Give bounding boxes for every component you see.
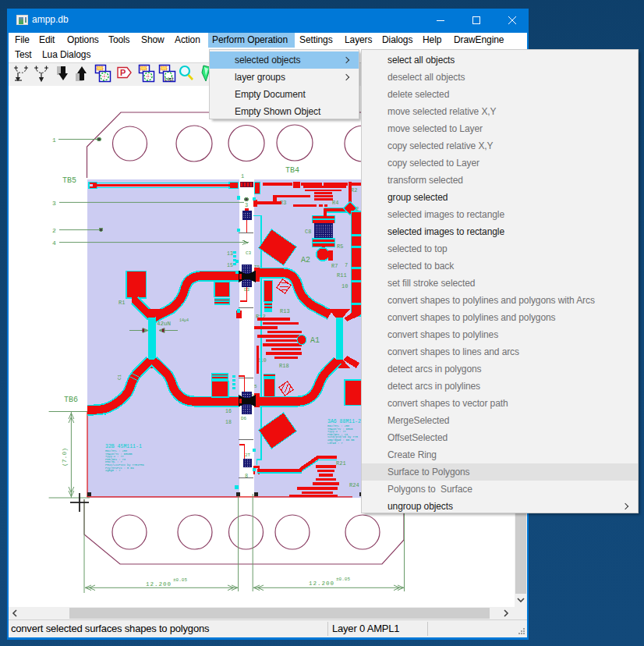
svg-text:3A6 88M11-2: 3A6 88M11-2 [327,419,361,424]
svg-text:12.200: 12.200 [146,581,172,587]
svg-text:A2: A2 [301,256,310,264]
svg-text:C3: C3 [246,250,252,256]
svg-text:18: 18 [225,420,232,425]
svg-text:A1: A1 [310,336,320,345]
svg-text:7: 7 [345,262,348,268]
svg-text:42uN: 42uN [157,321,171,327]
svg-text:P: P [120,68,126,77]
svg-text:R13: R13 [280,308,290,314]
svg-text:13: 13 [227,251,233,257]
svg-text:C8: C8 [305,229,311,235]
svg-text:(7.0): (7.0) [61,448,68,467]
svg-text:R18: R18 [279,363,289,369]
svg-text:TB6: TB6 [64,396,78,404]
svg-text:10: 10 [341,283,348,289]
svg-text:TB4: TB4 [285,166,299,175]
svg-text:R11: R11 [337,272,347,279]
svg-text:12.200: 12.200 [309,580,334,587]
svg-text:List: List [165,76,175,83]
svg-text:32B 45M111-1: 32B 45M111-1 [105,444,142,449]
svg-text:3: 3 [245,202,248,208]
svg-text:LdTwd : 7: LdTwd : 7 [327,442,342,445]
svg-text:3: 3 [52,200,56,207]
svg-text:1: 1 [52,137,56,144]
svg-text:±0.05: ±0.05 [173,577,187,583]
svg-text:TB5: TB5 [62,176,76,185]
svg-text:16: 16 [225,409,232,414]
svg-text:±0.05: ±0.05 [336,577,350,582]
svg-text:agRgR : 7: agRgR : 7 [105,469,120,472]
svg-text:14µ4: 14µ4 [179,318,189,323]
svg-text:2T: 2T [245,453,251,458]
svg-text:5: 5 [254,384,257,389]
svg-text:R1: R1 [119,300,125,306]
svg-text:R21: R21 [336,460,346,467]
svg-text:15: 15 [227,263,233,268]
svg-text:2: 2 [52,227,56,234]
svg-text:R4: R4 [332,200,338,206]
svg-text:R7: R7 [331,263,338,269]
svg-text:4: 4 [52,240,56,247]
svg-text:1: 1 [241,173,244,179]
svg-text:R2: R2 [351,187,357,193]
svg-text:D6: D6 [241,416,247,421]
svg-text:R24: R24 [349,482,359,488]
svg-text:8: 8 [245,473,248,479]
svg-text:C1: C1 [117,374,122,380]
svg-text:R5: R5 [337,243,343,250]
